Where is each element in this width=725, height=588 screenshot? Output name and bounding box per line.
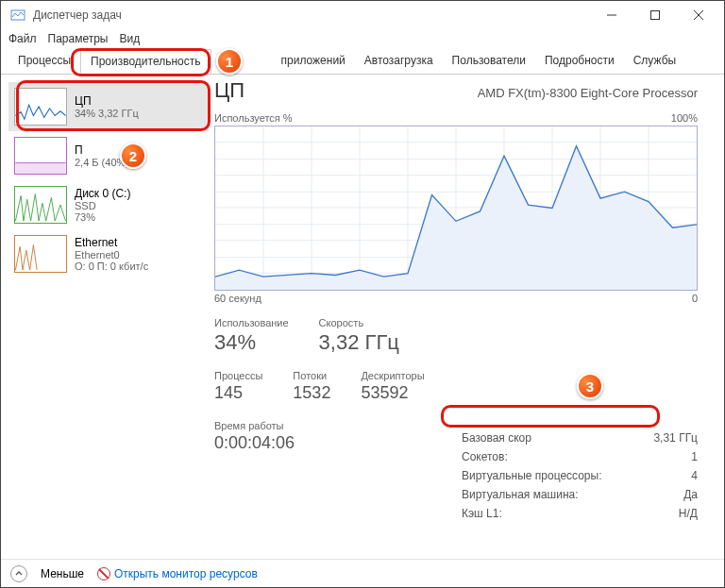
open-resmon-link[interactable]: Открыть монитор ресурсов [97,567,258,580]
minimize-button[interactable] [590,1,633,29]
chart-label-left: Используется % [214,112,293,124]
proc-label: Процессы [214,370,262,381]
tab-services[interactable]: Службы [624,49,685,74]
tabs-row: Процессы Производительность приложений А… [1,48,724,75]
cpu-thumb-icon [14,88,67,126]
vproc-label: Виртуальные процессоры: [462,469,602,482]
sidebar-item-ethernet[interactable]: Ethernet Ethernet0 О: 0 П: 0 кбит/с [8,229,209,278]
tab-users[interactable]: Пользователи [443,49,535,74]
tab-apphistory[interactable]: приложений [272,49,355,74]
l1-label: Кэш L1: [462,507,502,520]
base-speed-label: Базовая скор [462,431,531,445]
tab-processes[interactable]: Процессы [8,49,80,74]
collapse-button[interactable] [10,565,27,582]
menu-options[interactable]: Параметры [48,32,109,45]
annotation-badge-2: 2 [120,143,146,169]
svg-rect-2 [651,11,660,20]
hnd-value: 53592 [361,383,424,403]
maximize-button[interactable] [633,1,677,29]
vproc-value: 4 [691,469,698,482]
sidebar-eth-sub: Ethernet0 [75,249,148,260]
axis-left: 60 секунд [214,293,261,304]
svg-line-4 [694,10,703,20]
sidebar-disk-sub: SSD [75,200,130,211]
memory-thumb-icon [14,137,67,175]
cpu-model: AMD FX(tm)-8300 Eight-Core Processor [478,86,698,100]
sidebar-eth-sub2: О: 0 П: 0 кбит/с [75,260,148,272]
thr-label: Потоки [293,370,330,381]
footer: Меньше Открыть монитор ресурсов [1,559,724,587]
titlebar: Диспетчер задач [1,1,724,29]
annotation-badge-3: 3 [577,373,603,399]
sidebar-item-memory[interactable]: П 2,4 Б (40%) [8,131,209,180]
main-panel: ЦП AMD FX(tm)-8300 Eight-Core Processor … [209,75,724,559]
speed-label: Скорость [319,317,399,328]
chart-label-right: 100% [671,112,698,124]
app-icon [10,8,25,23]
tab-startup[interactable]: Автозагрузка [355,49,443,74]
thr-value: 1532 [293,383,330,403]
cpu-details-table: Базовая скор3,31 ГГц Сокетов:1 Виртуальн… [462,428,698,523]
close-button[interactable] [677,1,720,29]
util-label: Использование [214,317,289,328]
util-value: 34% [214,330,289,355]
sidebar-disk-title: Диск 0 (C:) [75,187,130,200]
menu-view[interactable]: Вид [119,32,140,45]
sockets-value: 1 [691,450,698,463]
vm-value: Да [683,488,698,501]
speed-value: 3,32 ГГц [319,330,399,355]
annotation-badge-1: 1 [216,48,243,75]
l1-value: Н/Д [679,507,698,520]
sidebar-item-cpu[interactable]: ЦП 34% 3,32 ГГц [8,82,209,131]
menubar: Файл Параметры Вид [1,29,724,48]
resmon-icon [97,567,110,580]
axis-right: 0 [692,293,698,304]
tab-performance[interactable]: Производительность [80,49,211,74]
proc-value: 145 [214,383,262,403]
tab-details[interactable]: Подробности [535,49,624,74]
cpu-chart [214,126,698,291]
base-speed-value: 3,31 ГГц [653,431,698,445]
ethernet-thumb-icon [14,235,67,273]
sidebar-cpu-sub: 34% 3,32 ГГц [75,108,139,119]
sidebar-item-disk[interactable]: Диск 0 (C:) SSD 73% [8,180,209,229]
sidebar: ЦП 34% 3,32 ГГц П 2,4 Б (40%) [1,75,209,559]
sidebar-cpu-title: ЦП [75,94,139,108]
sidebar-eth-title: Ethernet [75,236,148,249]
sidebar-disk-sub2: 73% [75,211,130,223]
svg-rect-5 [15,163,65,174]
menu-file[interactable]: Файл [8,32,37,45]
disk-thumb-icon [14,186,67,224]
svg-line-3 [694,10,703,20]
hnd-label: Дескрипторы [361,370,424,381]
fewer-details-label[interactable]: Меньше [41,567,84,580]
sockets-label: Сокетов: [462,450,508,463]
vm-label: Виртуальная машина: [462,488,579,501]
window-title: Диспетчер задач [33,8,122,22]
page-title: ЦП [214,78,244,103]
